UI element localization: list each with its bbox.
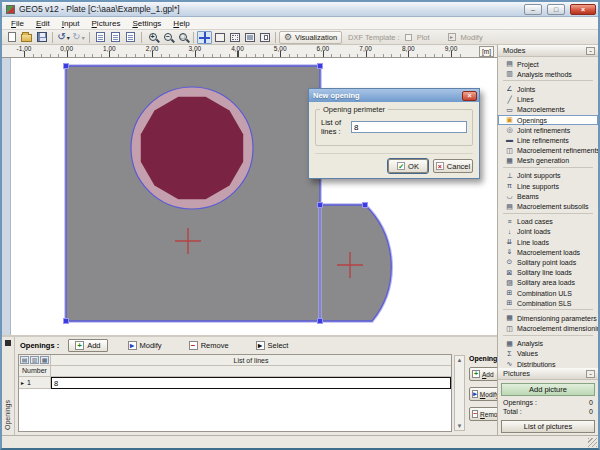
save-button[interactable] [34, 31, 49, 44]
sidebar-item-joint-refinements[interactable]: ◎ Joint refinements [498, 125, 598, 135]
sidebar-item-macroelement-loads[interactable]: ⇓ Macroelement loads [498, 247, 598, 257]
pictures-minimize-button[interactable]: - [586, 370, 595, 378]
sidebar-item-project[interactable]: ▤ Project [498, 59, 598, 69]
joint-node[interactable] [318, 203, 323, 208]
select-frame-dashed-button[interactable] [227, 31, 242, 44]
sidebar-item-mesh-generation[interactable]: ▦ Mesh generation [498, 156, 598, 166]
sidebar-item-macroelement-subsoils[interactable]: ▤ Macroelement subsoils [498, 201, 598, 211]
dimensioning-parameters-icon: ▦ [505, 314, 514, 322]
openings-select-button[interactable]: ▸ Select [249, 339, 296, 352]
sidebar-item-analysis-methods[interactable]: ▥ Analysis methods [498, 69, 598, 79]
menu-edit[interactable]: Edit [30, 19, 56, 28]
pan-tool-button[interactable] [197, 31, 212, 44]
zoom-fit-button[interactable]: □ [175, 31, 190, 44]
table-scrollbar[interactable]: ▲ ▼ [454, 355, 465, 431]
select-frame-button[interactable] [212, 31, 227, 44]
undo-button[interactable]: ↺▾ [56, 31, 71, 44]
table-row[interactable]: ▸ 1 8 [19, 377, 451, 389]
sidebar-item-combination-uls[interactable]: ⊞ Combination ULS [498, 288, 598, 298]
open-file-button[interactable] [19, 31, 34, 44]
copy-picture-button[interactable] [123, 31, 138, 44]
dialog-close-button[interactable]: × [462, 91, 477, 101]
dxf-modify-button[interactable]: Modify [461, 33, 483, 42]
maximize-button[interactable]: □ [547, 4, 565, 15]
openings-remove-button[interactable]: − Remove [182, 339, 236, 352]
print-document-button[interactable] [93, 31, 108, 44]
sidebar-item-combination-sls[interactable]: ⊞ Combination SLS [498, 298, 598, 308]
scroll-up-icon[interactable]: ▲ [457, 356, 463, 364]
menu-help[interactable]: Help [167, 19, 195, 28]
menu-pictures[interactable]: Pictures [86, 19, 127, 28]
resize-grip[interactable] [588, 438, 597, 447]
joint-node[interactable] [318, 64, 323, 69]
scroll-down-icon[interactable]: ▼ [457, 422, 463, 430]
sidebar-item-lines[interactable]: ╱ Lines [498, 95, 598, 105]
toolbar-separator [275, 32, 276, 43]
sidebar-item-line-supports[interactable]: π Line supports [498, 181, 598, 191]
sidebar-item-macroelement-refinements[interactable]: ◫ Macroelement refinements [498, 146, 598, 156]
ruler-label: 2,00 [146, 45, 159, 52]
joint-node[interactable] [64, 64, 69, 69]
select-lasso-button[interactable] [257, 31, 272, 44]
opening-polygon[interactable] [141, 97, 243, 199]
drawing-canvas[interactable]: New opening × Opening perimeter List of … [2, 58, 497, 335]
sidebar-item-distributions[interactable]: ∿ Distributions [498, 359, 598, 368]
list-of-lines-input[interactable] [351, 121, 467, 133]
joint-node[interactable] [363, 203, 368, 208]
openings-side-remove-button[interactable]: − Remove [469, 407, 500, 421]
sidebar-item-joint-supports[interactable]: ⊥ Joint supports [498, 171, 598, 181]
menu-input[interactable]: Input [56, 19, 86, 28]
sidebar-item-solitary-point-loads[interactable]: ⊙ Solitary point loads [498, 257, 598, 267]
openings-vertical-tab[interactable]: Openings [2, 337, 15, 435]
zoom-in-button[interactable]: + [145, 31, 160, 44]
sidebar-item-dimensioning-parameters[interactable]: ▦ Dimensioning parameters [498, 313, 598, 323]
sidebar-item-solitary-line-loads[interactable]: ⊠ Solitary line loads [498, 268, 598, 278]
list-of-pictures-button[interactable]: List of pictures [501, 420, 595, 433]
sidebar-item-values[interactable]: Σ Values [498, 349, 598, 359]
visualization-button[interactable]: ⚙ Visualization [279, 31, 342, 44]
openings-side-modify-button[interactable]: ▸ Modify [469, 387, 500, 401]
joint-node[interactable] [318, 319, 323, 324]
openings-modify-button[interactable]: ▸ Modify [121, 339, 169, 352]
joints-icon: ∠ [505, 85, 514, 93]
solitary-area-loads-icon: ▨ [505, 279, 514, 287]
sidebar-item-macroelements[interactable]: ▭ Macroelements [498, 105, 598, 115]
table-export-icon[interactable]: ▦ [40, 356, 49, 364]
ruler-label: 9,00 [445, 45, 458, 52]
add-icon: + [75, 341, 84, 350]
cancel-x-icon: × [436, 162, 444, 170]
frame-dashed-icon [230, 33, 240, 42]
modes-minimize-button[interactable]: - [586, 47, 595, 55]
add-picture-button[interactable]: Add picture [501, 383, 595, 396]
sidebar-item-openings[interactable]: ▣ Openings [498, 115, 598, 125]
close-button[interactable]: × [570, 4, 596, 15]
sidebar-item-joints[interactable]: ∠ Joints [498, 84, 598, 94]
print-picture-button[interactable] [108, 31, 123, 44]
new-file-button[interactable] [4, 31, 19, 44]
sidebar-item-line-refinements[interactable]: ▬ Line refinements [498, 135, 598, 145]
sidebar-item-analysis[interactable]: ▦ Analysis [498, 339, 598, 349]
cancel-button[interactable]: × Cancel [433, 159, 473, 173]
sidebar-item-line-loads[interactable]: ⇊ Line loads [498, 237, 598, 247]
openings-add-button[interactable]: + Add [68, 339, 107, 352]
panel-collapse-grip[interactable] [5, 340, 11, 346]
table-copy-icon[interactable]: ▥ [30, 356, 39, 364]
zoom-out-button[interactable]: − [160, 31, 175, 44]
select-frame-filled-button[interactable] [242, 31, 257, 44]
minimize-button[interactable]: – [524, 4, 542, 15]
remove-icon: − [189, 341, 198, 350]
menu-file[interactable]: File [5, 19, 30, 28]
list-of-lines-cell[interactable]: 8 [51, 377, 451, 389]
joint-node[interactable] [64, 319, 69, 324]
sidebar-item-load-cases[interactable]: ≡ Load cases [498, 217, 598, 227]
table-sheet-icon[interactable]: ▤ [20, 356, 29, 364]
openings-side-add-button[interactable]: + Add [469, 367, 500, 381]
redo-button[interactable]: ↻▾ [71, 31, 86, 44]
menu-settings[interactable]: Settings [126, 19, 167, 28]
sidebar-item-beams[interactable]: ◡ Beams [498, 191, 598, 201]
sidebar-item-joint-loads[interactable]: ↓ Joint loads [498, 227, 598, 237]
sidebar-item-solitary-area-loads[interactable]: ▨ Solitary area loads [498, 278, 598, 288]
ok-button[interactable]: ✓ OK [388, 159, 428, 173]
plot-checkbox[interactable] [405, 34, 412, 41]
sidebar-item-macroelement-dimensionings[interactable]: ◫ Macroelement dimensionings [498, 324, 598, 334]
